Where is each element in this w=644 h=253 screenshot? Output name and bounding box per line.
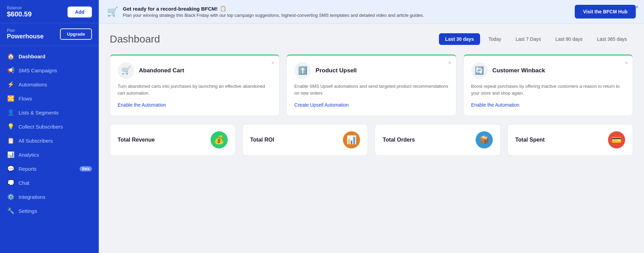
- beta-badge: Beta: [80, 166, 92, 171]
- page-title: Dashboard: [110, 33, 160, 45]
- balance-amount: $600.59: [7, 10, 32, 18]
- plan-label: Plan: [7, 28, 44, 33]
- automation-cards-row: × 🛒 Abandoned Cart Turn abandoned carts …: [110, 55, 633, 116]
- dashboard-content: Dashboard Last 30 daysTodayLast 7 DaysLa…: [99, 24, 644, 253]
- sidebar-item-sms-campaigns[interactable]: 📢 SMS Campaigns: [0, 63, 99, 77]
- reports-icon: 💬: [7, 165, 14, 172]
- card-description: Enable SMS Upsell automations and send t…: [294, 83, 448, 96]
- banner-cart-icon: 🛒: [107, 7, 118, 17]
- plan-section: Plan Powerhouse Upgrade: [0, 23, 99, 46]
- stat-label: Total Orders: [383, 137, 415, 143]
- sidebar-item-label: Reports: [19, 166, 37, 172]
- stats-row: Total Revenue 💰 Total ROI 📊 Total Orders…: [110, 124, 633, 156]
- sidebar-item-label: Integrations: [19, 194, 45, 200]
- automation-card-customer-winback: × 🔄 Customer Winback Boost repeat purcha…: [463, 55, 633, 116]
- banner-title: Get ready for a record-breaking BFCM! 📋: [123, 5, 570, 12]
- card-title: Customer Winback: [492, 67, 545, 74]
- time-filter-last-7[interactable]: Last 7 Days: [510, 33, 547, 45]
- stat-icon: 📊: [343, 131, 360, 148]
- lists-segments-icon: 👤: [7, 109, 14, 116]
- balance-label: Balance: [7, 5, 32, 10]
- sidebar-item-all-subscribers[interactable]: 📋 All Subscribers: [0, 134, 99, 148]
- stat-icon: 📦: [476, 131, 493, 148]
- time-filter-today[interactable]: Today: [482, 33, 507, 45]
- bfcm-banner: 🛒 Get ready for a record-breaking BFCM! …: [99, 0, 644, 24]
- sidebar-item-dashboard[interactable]: 🏠 Dashboard: [0, 49, 99, 63]
- sidebar-item-analytics[interactable]: 📊 Analytics: [0, 148, 99, 162]
- card-close-button[interactable]: ×: [625, 60, 628, 65]
- banner-text: Get ready for a record-breaking BFCM! 📋 …: [123, 5, 570, 18]
- sidebar-item-label: Settings: [19, 208, 37, 214]
- time-filter-last-90[interactable]: Last 90 days: [549, 33, 588, 45]
- time-filter-last-30[interactable]: Last 30 days: [439, 33, 480, 45]
- sidebar-item-integrations[interactable]: ⚙️ Integrations: [0, 190, 99, 204]
- card-header: ⬆️ Product Upsell: [294, 62, 448, 79]
- sidebar-item-label: Dashboard: [19, 53, 45, 59]
- card-close-button[interactable]: ×: [448, 60, 451, 65]
- sidebar-item-reports[interactable]: 💬 Reports Beta: [0, 162, 99, 176]
- automations-icon: ⚡: [7, 81, 14, 88]
- time-filter-last-365[interactable]: Last 365 days: [591, 33, 633, 45]
- flows-icon: 🔀: [7, 95, 14, 102]
- card-action-link[interactable]: Create Upsell Automation: [294, 102, 349, 108]
- sms-campaigns-icon: 📢: [7, 67, 14, 74]
- card-description: Turn abandoned carts into purchases by l…: [118, 83, 272, 96]
- banner-description: Plan your winning strategy this Black Fr…: [123, 13, 570, 18]
- sidebar-item-label: Flows: [19, 96, 32, 101]
- banner-close-button[interactable]: ×: [635, 4, 639, 10]
- card-title: Product Upsell: [315, 67, 357, 74]
- add-button[interactable]: Add: [68, 7, 92, 17]
- card-title: Abandoned Cart: [139, 67, 184, 74]
- sidebar-item-chat[interactable]: 💭 Chat: [0, 176, 99, 190]
- card-header: 🛒 Abandoned Cart: [118, 62, 272, 79]
- stat-card-total-orders: Total Orders 📦: [375, 124, 501, 156]
- card-action-link[interactable]: Enable the Automation: [471, 102, 520, 108]
- stat-label: Total Revenue: [118, 137, 155, 143]
- automation-card-abandoned-cart: × 🛒 Abandoned Cart Turn abandoned carts …: [110, 55, 279, 116]
- banner-title-emoji: 📋: [220, 5, 226, 12]
- card-icon: ⬆️: [294, 62, 311, 79]
- stat-label: Total ROI: [250, 137, 274, 143]
- analytics-icon: 📊: [7, 151, 14, 158]
- chat-icon: 💭: [7, 179, 14, 186]
- sidebar-item-settings[interactable]: 🔧 Settings: [0, 204, 99, 218]
- card-icon: 🛒: [118, 62, 134, 79]
- card-close-button[interactable]: ×: [272, 60, 275, 65]
- card-icon: 🔄: [471, 62, 488, 79]
- sidebar-nav: 🏠 Dashboard 📢 SMS Campaigns ⚡ Automation…: [0, 46, 99, 253]
- upgrade-button[interactable]: Upgrade: [60, 28, 92, 40]
- card-description: Boost repeat purchases by offering inact…: [471, 83, 625, 96]
- main-content: 🛒 Get ready for a record-breaking BFCM! …: [99, 0, 644, 253]
- sidebar-item-label: Lists & Segments: [19, 110, 59, 116]
- sidebar-item-label: Collect Subscribers: [19, 124, 63, 130]
- sidebar-item-label: Automations: [19, 82, 47, 87]
- sidebar-item-collect-subscribers[interactable]: 💡 Collect Subscribers: [0, 120, 99, 134]
- sidebar-item-label: Chat: [19, 180, 29, 186]
- stat-card-total-revenue: Total Revenue 💰: [110, 124, 236, 156]
- stat-card-total-roi: Total ROI 📊: [242, 124, 368, 156]
- all-subscribers-icon: 📋: [7, 137, 14, 144]
- sidebar-item-label: Analytics: [19, 152, 39, 158]
- settings-icon: 🔧: [7, 207, 14, 215]
- balance-section: Balance $600.59 Add: [0, 0, 99, 23]
- integrations-icon: ⚙️: [7, 193, 14, 201]
- sidebar-item-automations[interactable]: ⚡ Automations: [0, 77, 99, 92]
- plan-name: Powerhouse: [7, 33, 44, 40]
- sidebar-item-lists-segments[interactable]: 👤 Lists & Segments: [0, 106, 99, 120]
- card-header: 🔄 Customer Winback: [471, 62, 625, 79]
- automation-card-product-upsell: × ⬆️ Product Upsell Enable SMS Upsell au…: [286, 55, 456, 116]
- sidebar: Balance $600.59 Add Plan Powerhouse Upgr…: [0, 0, 99, 253]
- stat-label: Total Spent: [515, 137, 545, 143]
- card-action-link[interactable]: Enable the Automation: [118, 102, 166, 108]
- stat-icon: 💳: [608, 131, 625, 148]
- dashboard-icon: 🏠: [7, 53, 14, 60]
- sidebar-item-label: All Subscribers: [19, 138, 53, 144]
- stat-card-total-spent: Total Spent 💳: [508, 124, 633, 156]
- plan-info: Plan Powerhouse: [7, 28, 44, 40]
- collect-subscribers-icon: 💡: [7, 123, 14, 130]
- visit-bfcm-hub-button[interactable]: Visit the BFCM Hub: [575, 5, 636, 19]
- sidebar-item-flows[interactable]: 🔀 Flows: [0, 92, 99, 106]
- balance-info: Balance $600.59: [7, 5, 32, 18]
- dashboard-header: Dashboard Last 30 daysTodayLast 7 DaysLa…: [110, 33, 633, 45]
- time-filter-group: Last 30 daysTodayLast 7 DaysLast 90 days…: [439, 33, 633, 45]
